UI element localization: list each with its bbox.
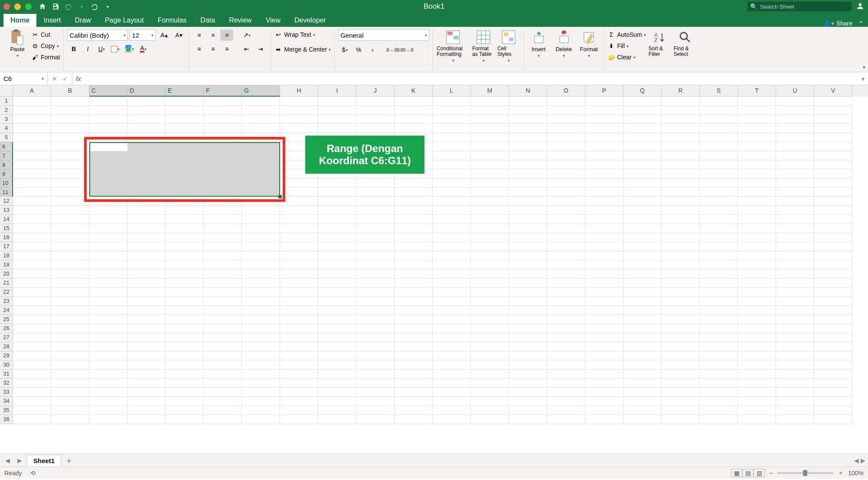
cell[interactable]: [318, 260, 356, 269]
row-header-24[interactable]: 24: [0, 306, 13, 315]
row-header-13[interactable]: 13: [0, 206, 13, 215]
cell[interactable]: [471, 406, 509, 415]
cell[interactable]: [51, 188, 89, 197]
cell[interactable]: [509, 215, 547, 224]
cell[interactable]: [738, 379, 776, 388]
row-header-7[interactable]: 7: [0, 151, 13, 160]
cell[interactable]: [776, 206, 814, 215]
cell[interactable]: [433, 415, 471, 424]
cell[interactable]: [13, 279, 51, 288]
cell[interactable]: [585, 160, 623, 169]
cell[interactable]: [509, 297, 547, 306]
cell[interactable]: [585, 251, 623, 260]
cell[interactable]: [242, 415, 280, 424]
cell[interactable]: [547, 406, 585, 415]
undo-dropdown[interactable]: ▾: [78, 3, 85, 10]
cell[interactable]: [509, 188, 547, 197]
cell[interactable]: [318, 379, 356, 388]
column-header-I[interactable]: I: [318, 85, 356, 97]
cell[interactable]: [13, 351, 51, 360]
cell[interactable]: [13, 206, 51, 215]
cell[interactable]: [89, 415, 127, 424]
cell[interactable]: [204, 233, 242, 242]
cell[interactable]: [356, 215, 395, 224]
cell[interactable]: [509, 260, 547, 269]
cell[interactable]: [814, 388, 852, 397]
cell[interactable]: [776, 397, 814, 406]
cell[interactable]: [585, 379, 623, 388]
tab-formulas[interactable]: Formulas: [151, 14, 194, 27]
cell[interactable]: [738, 197, 776, 206]
cell[interactable]: [471, 324, 509, 333]
cell[interactable]: [738, 324, 776, 333]
cell[interactable]: [547, 160, 585, 169]
cell[interactable]: [13, 224, 51, 233]
cell[interactable]: [623, 333, 662, 342]
redo-icon[interactable]: [91, 3, 98, 10]
cell[interactable]: [395, 406, 433, 415]
decrease-decimal-button[interactable]: .00→.0: [400, 44, 413, 55]
cell[interactable]: [127, 351, 166, 360]
row-header-19[interactable]: 19: [0, 260, 13, 269]
italic-button[interactable]: I: [81, 43, 94, 55]
cell[interactable]: [700, 315, 738, 324]
cell[interactable]: [662, 306, 700, 315]
cell[interactable]: [471, 106, 509, 115]
cell[interactable]: [738, 124, 776, 133]
cell[interactable]: [433, 297, 471, 306]
cell[interactable]: [738, 142, 776, 151]
cell[interactable]: [280, 297, 318, 306]
cell[interactable]: [433, 260, 471, 269]
cell[interactable]: [51, 160, 89, 169]
cell[interactable]: [623, 242, 662, 251]
cell[interactable]: [13, 215, 51, 224]
cell[interactable]: [356, 397, 395, 406]
cell[interactable]: [738, 106, 776, 115]
cell[interactable]: [356, 115, 395, 124]
format-painter-button[interactable]: 🖌Format: [31, 52, 60, 62]
cell[interactable]: [89, 297, 127, 306]
cell[interactable]: [700, 215, 738, 224]
cell[interactable]: [700, 360, 738, 370]
cell[interactable]: [700, 224, 738, 233]
cell[interactable]: [700, 370, 738, 379]
cell[interactable]: [700, 379, 738, 388]
cell[interactable]: [623, 397, 662, 406]
cell[interactable]: [356, 333, 395, 342]
cell[interactable]: [509, 169, 547, 178]
cell[interactable]: [814, 306, 852, 315]
cell[interactable]: [585, 124, 623, 133]
cell[interactable]: [89, 224, 127, 233]
cell[interactable]: [89, 288, 127, 297]
add-sheet-button[interactable]: ＋: [64, 455, 74, 466]
cell[interactable]: [395, 269, 433, 279]
cell[interactable]: [166, 251, 204, 260]
cell[interactable]: [51, 370, 89, 379]
row-header-11[interactable]: 11: [0, 188, 13, 197]
cell[interactable]: [662, 415, 700, 424]
cell[interactable]: [776, 133, 814, 142]
cell[interactable]: [776, 115, 814, 124]
cell[interactable]: [127, 242, 166, 251]
cell[interactable]: [814, 315, 852, 324]
cell[interactable]: [13, 370, 51, 379]
cell[interactable]: [509, 324, 547, 333]
cell[interactable]: [776, 233, 814, 242]
cell[interactable]: [51, 379, 89, 388]
cell[interactable]: [433, 370, 471, 379]
cell[interactable]: [623, 233, 662, 242]
cell[interactable]: [318, 406, 356, 415]
cell[interactable]: [738, 351, 776, 360]
cell[interactable]: [51, 206, 89, 215]
cell[interactable]: [509, 142, 547, 151]
font-color-button[interactable]: A▾: [137, 43, 150, 55]
row-header-32[interactable]: 32: [0, 379, 13, 388]
cell[interactable]: [433, 206, 471, 215]
cell[interactable]: [13, 142, 51, 151]
cell[interactable]: [51, 178, 89, 188]
cell[interactable]: [204, 106, 242, 115]
cell[interactable]: [280, 206, 318, 215]
sheet-nav-next[interactable]: ▶: [15, 456, 24, 465]
cell[interactable]: [395, 206, 433, 215]
cell[interactable]: [738, 370, 776, 379]
